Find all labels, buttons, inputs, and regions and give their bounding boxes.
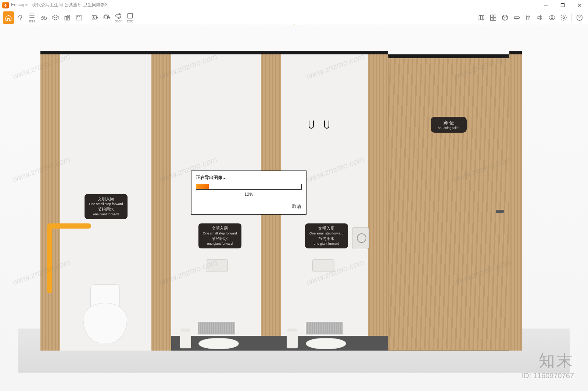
flush-plate [312,259,334,272]
svg-point-1 [19,15,22,18]
export-batch-button[interactable] [101,11,112,24]
maximize-button[interactable] [554,0,571,10]
svg-point-19 [551,17,553,18]
cancel-button[interactable]: 取消 [291,202,302,211]
export-progress-dialog: 正在导出图像… 12% 取消 [191,171,306,215]
trash-bin [180,331,191,348]
export-360-button[interactable]: 360° [113,11,124,24]
flush-plate [206,259,228,272]
svg-point-11 [116,14,121,17]
hook-icon [309,121,314,129]
views-button[interactable] [523,11,534,24]
minimize-button[interactable] [537,0,554,10]
partition-panel [509,51,522,351]
close-button[interactable] [571,0,588,10]
titlebar: e Enscape - 现代公共卫生间 公共厕所 卫生间隔断3 [0,0,588,10]
hook-icon [324,121,329,129]
export-exe-button[interactable]: EXE [125,11,136,24]
paper-dispenser [352,227,369,249]
video-button[interactable] [74,11,85,24]
svg-rect-13 [491,15,493,17]
bim-button[interactable]: BIM [26,11,37,24]
progress-bar [196,184,302,190]
home-button[interactable] [3,11,14,24]
materials-button[interactable] [499,11,510,24]
settings-button[interactable] [558,11,569,24]
pin-button[interactable] [15,11,26,24]
map-view-button[interactable] [476,11,487,24]
image-id: ID: 1160970767 [522,372,574,380]
grab-rail-icon [47,227,52,293]
asset-library-button[interactable] [488,11,499,24]
svg-point-20 [563,17,565,18]
window-controls [537,0,588,10]
svg-rect-14 [494,15,496,17]
svg-rect-15 [491,18,493,20]
partition-panel [151,51,171,351]
coat-hooks [309,121,329,129]
svg-rect-16 [494,18,496,20]
etiquette-sign: 文明入厕 One small step forward 节约用水 one gia… [198,223,241,248]
vent-grille [198,322,235,334]
vent-grille [306,322,343,334]
stall-door-closed: 蹲 便 squatting toilet [388,54,509,351]
binoculars-button[interactable] [38,11,49,24]
app-logo-icon: e [2,2,9,8]
grab-rail-icon [47,223,91,229]
svg-point-3 [44,17,47,19]
svg-rect-6 [76,16,82,20]
svg-rect-12 [128,13,132,18]
door-handle-icon [496,210,504,213]
window-title: Enscape - 现代公共卫生间 公共厕所 卫生间隔断3 [11,2,537,8]
brand-name: 知末 [522,350,574,372]
toolbar-separator [87,14,87,22]
perspective-button[interactable] [50,11,61,24]
etiquette-sign: 文明入厕 One small step forward 节约用水 one gia… [85,194,128,219]
progress-bar-fill [196,184,209,189]
squat-pan [198,338,239,349]
buildings-button[interactable] [62,11,73,24]
dialog-message: 正在导出图像… [196,175,302,181]
svg-rect-4 [65,16,67,20]
toilet-fixture [83,284,127,343]
toggle-button[interactable] [511,11,522,24]
squat-pan [306,338,346,349]
svg-rect-0 [561,3,564,7]
help-button[interactable] [574,11,585,24]
door-type-sign: 蹲 便 squatting toilet [431,117,467,133]
toolbar-separator [571,14,572,22]
export-image-button[interactable] [89,11,100,24]
source-brand: 知末 ID: 1160970767 [522,350,574,380]
render-viewport[interactable]: 文明入厕 One small step forward 节约用水 one gia… [0,25,588,391]
etiquette-sign: 文明入厕 One small step forward 节约用水 one gia… [305,223,348,248]
svg-point-18 [515,17,516,18]
trash-bin [287,331,298,348]
partition-panel [368,51,388,351]
progress-percent: 12% [196,192,302,197]
svg-rect-9 [104,16,108,19]
visibility-button[interactable] [546,11,557,24]
main-toolbar: BIM 360° EXE [0,10,588,25]
svg-point-2 [41,17,44,19]
sound-button[interactable] [535,11,546,24]
partition-panel [40,51,60,351]
svg-rect-10 [105,15,108,18]
